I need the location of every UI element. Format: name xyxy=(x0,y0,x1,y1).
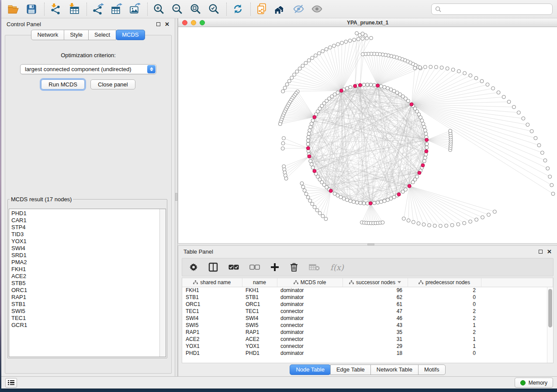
graph-node[interactable] xyxy=(295,70,299,73)
graph-node[interactable] xyxy=(404,188,407,191)
graph-node[interactable] xyxy=(497,91,500,94)
graph-node[interactable] xyxy=(332,44,336,48)
graph-node[interactable] xyxy=(321,49,325,53)
graph-node[interactable] xyxy=(446,67,449,70)
table-options-icon[interactable] xyxy=(189,263,198,272)
table-cell[interactable]: SWI4 xyxy=(182,315,242,322)
tab-style[interactable]: Style xyxy=(64,30,89,40)
graph-node[interactable] xyxy=(534,136,537,140)
function-builder-icon[interactable]: f(x) xyxy=(330,263,344,272)
table-cell[interactable]: dominator xyxy=(277,301,343,308)
show-panel-list-button[interactable] xyxy=(5,378,17,388)
graph-node[interactable] xyxy=(301,185,305,189)
column-header-predecessor-nodes[interactable]: predecessor nodes xyxy=(408,278,481,287)
graph-node[interactable] xyxy=(317,52,321,55)
mcds-result-item[interactable]: SRD1 xyxy=(11,252,159,259)
table-cell[interactable]: 43 xyxy=(343,322,408,329)
mcds-result-item[interactable]: FKH1 xyxy=(11,266,159,273)
table-cell[interactable]: FKH1 xyxy=(182,287,242,294)
column-header-shared-name[interactable]: shared name xyxy=(182,278,242,287)
graph-dominator-node[interactable] xyxy=(408,184,411,188)
table-cell[interactable]: SWI4 xyxy=(242,315,277,322)
graph-node[interactable] xyxy=(457,223,460,226)
graph-node[interactable] xyxy=(413,66,417,70)
table-cell[interactable]: connector xyxy=(277,343,343,350)
graph-node[interactable] xyxy=(551,192,555,196)
graph-dominator-node[interactable] xyxy=(425,138,429,142)
table-cell[interactable]: RAP1 xyxy=(182,329,242,336)
graph-node[interactable] xyxy=(306,139,310,142)
table-row[interactable]: FKH1FKH1dominator962 xyxy=(182,287,553,294)
graph-node[interactable] xyxy=(321,214,325,218)
mcds-result-item[interactable]: YOX1 xyxy=(11,238,159,245)
graph-node[interactable] xyxy=(324,217,328,220)
graph-node[interactable] xyxy=(342,197,346,200)
table-cell[interactable]: 2 xyxy=(408,308,481,315)
deselect-all-icon[interactable] xyxy=(249,265,260,270)
graph-node[interactable] xyxy=(307,135,310,139)
graph-node[interactable] xyxy=(417,222,420,225)
table-cell[interactable]: TEC1 xyxy=(242,308,277,315)
mcds-result-item[interactable]: STP4 xyxy=(11,224,159,231)
graph-node[interactable] xyxy=(336,42,339,46)
graph-node[interactable] xyxy=(481,216,484,219)
graph-node[interactable] xyxy=(340,41,344,45)
graph-node[interactable] xyxy=(423,65,427,69)
graph-node[interactable] xyxy=(284,177,288,180)
graph-node[interactable] xyxy=(345,86,349,90)
graph-node[interactable] xyxy=(445,224,448,227)
graph-node[interactable] xyxy=(422,223,426,226)
graph-dominator-node[interactable] xyxy=(425,150,428,153)
table-scrollbar-thumb[interactable] xyxy=(548,289,552,327)
graph-node[interactable] xyxy=(309,125,312,129)
graph-node[interactable] xyxy=(540,151,544,155)
graph-node[interactable] xyxy=(412,220,415,224)
graph-dominator-node[interactable] xyxy=(358,83,362,87)
graph-node[interactable] xyxy=(303,189,306,192)
table-cell[interactable]: RAP1 xyxy=(242,329,277,336)
graph-node[interactable] xyxy=(512,105,515,109)
table-row[interactable]: ORC1ORC1dominator610 xyxy=(182,301,553,308)
graph-node[interactable] xyxy=(352,200,356,203)
graph-node[interactable] xyxy=(491,86,495,90)
graph-dominator-node[interactable] xyxy=(421,164,425,167)
table-cell[interactable]: dominator xyxy=(277,287,343,294)
graph-node[interactable] xyxy=(422,159,426,163)
graph-node[interactable] xyxy=(307,132,311,135)
network-graph[interactable] xyxy=(178,27,557,243)
graph-node[interactable] xyxy=(469,220,472,224)
graph-node[interactable] xyxy=(373,201,376,205)
import-network-icon[interactable] xyxy=(48,2,63,17)
table-row[interactable]: STB1STB1dominator620 xyxy=(182,294,553,301)
mcds-result-item[interactable]: CAR1 xyxy=(11,217,159,224)
graph-dominator-node[interactable] xyxy=(329,189,332,193)
graph-dominator-node[interactable] xyxy=(313,169,316,173)
splitter-grip[interactable] xyxy=(175,193,177,201)
graph-node[interactable] xyxy=(298,67,301,70)
graph-node[interactable] xyxy=(369,36,373,40)
graph-node[interactable] xyxy=(329,46,332,49)
table-cell[interactable]: 18 xyxy=(343,350,408,357)
zoom-fit-icon[interactable] xyxy=(188,2,203,17)
graph-node[interactable] xyxy=(301,64,304,68)
graph-node[interactable] xyxy=(407,219,410,222)
table-row[interactable]: ACE2ACE2connector311 xyxy=(182,336,553,343)
float-panel-icon[interactable] xyxy=(539,250,543,254)
table-cell[interactable]: YOX1 xyxy=(182,343,242,350)
graph-node[interactable] xyxy=(463,221,466,225)
graph-node[interactable] xyxy=(348,39,352,42)
graph-node[interactable] xyxy=(433,224,436,227)
graph-node[interactable] xyxy=(550,183,554,187)
mcds-result-item[interactable]: PMA2 xyxy=(11,259,159,266)
graph-node[interactable] xyxy=(304,192,308,196)
mcds-result-item[interactable]: TEC1 xyxy=(11,315,159,322)
graph-node[interactable] xyxy=(311,202,314,206)
table-cell[interactable]: FKH1 xyxy=(242,287,277,294)
graph-node[interactable] xyxy=(493,210,496,213)
table-row[interactable]: SWI5SWI5connector431 xyxy=(182,322,553,329)
table-cell[interactable]: 0 xyxy=(408,350,481,357)
mcds-result-item[interactable]: TID3 xyxy=(11,231,159,238)
table-cell[interactable]: ACE2 xyxy=(242,336,277,343)
graph-node[interactable] xyxy=(311,166,315,169)
horizontal-splitter[interactable] xyxy=(178,243,557,246)
